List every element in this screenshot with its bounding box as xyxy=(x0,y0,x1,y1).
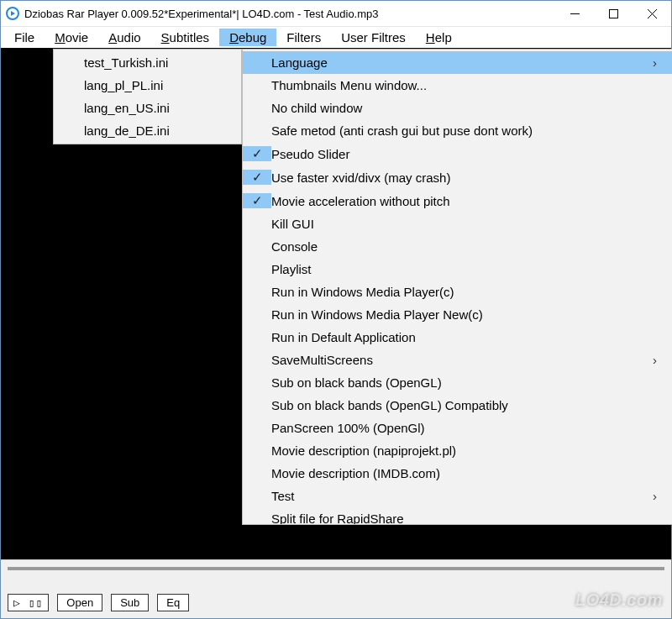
submenu-item[interactable]: lang_de_DE.ini xyxy=(54,119,241,142)
chevron-right-icon: › xyxy=(653,489,657,503)
watermark: LO4D.com xyxy=(575,590,663,610)
menu-help[interactable]: Help xyxy=(416,29,462,46)
menu-userfilters[interactable]: User Filtres xyxy=(331,29,416,46)
debug-menu-item[interactable]: Kill GUI xyxy=(243,212,672,235)
menu-item-label: SaveMultiScreens xyxy=(271,353,653,367)
debug-menu-item[interactable]: Sub on black bands (OpenGL) Compatibly xyxy=(243,394,672,417)
menu-movie[interactable]: Movie xyxy=(45,29,98,46)
debug-menu: Language›Thumbnails Menu window...No chi… xyxy=(242,49,672,525)
check-icon: ✓ xyxy=(243,146,271,161)
close-button[interactable] xyxy=(633,1,671,26)
window-title: Dziobas Rar Player 0.009.52*Experimental… xyxy=(24,8,555,20)
menu-item-label: Playlist xyxy=(271,262,657,276)
debug-menu-item[interactable]: PanScreen 100% (OpenGl) xyxy=(243,417,672,439)
check-icon: ✓ xyxy=(243,170,271,185)
minimize-button[interactable] xyxy=(555,1,594,26)
menu-subtitles[interactable]: Subtitles xyxy=(151,29,220,46)
debug-menu-item[interactable]: Split file for RapidShare xyxy=(243,507,672,524)
maximize-button[interactable] xyxy=(594,1,633,26)
debug-menu-item[interactable]: Console xyxy=(243,235,672,258)
menu-item-label: Language xyxy=(271,55,653,70)
menu-item-label: Safe metod (anti crash gui but puse dont… xyxy=(271,123,657,138)
debug-menu-item[interactable]: ✓Use faster xvid/divx (may crash) xyxy=(243,165,672,189)
debug-menu-item[interactable]: Sub on black bands (OpenGL) xyxy=(243,371,672,394)
menu-filters[interactable]: Filters xyxy=(276,29,331,46)
menu-item-label: No child window xyxy=(271,101,657,115)
debug-menu-item[interactable]: Run in Windows Media Player(c) xyxy=(243,281,672,303)
menu-item-label: Sub on black bands (OpenGL) Compatibly xyxy=(271,398,657,412)
submenu-item[interactable]: lang_en_US.ini xyxy=(54,97,241,119)
menu-item-label: Pseudo Slider xyxy=(271,147,657,161)
menu-item-label: Movie acceleration without pitch xyxy=(271,194,657,208)
menu-item-label: Run in Default Application xyxy=(271,330,657,344)
debug-menu-item[interactable]: SaveMultiScreens› xyxy=(243,349,672,371)
play-pause-button[interactable]: ▷ ▯▯ xyxy=(8,594,49,611)
menu-item-label: Run in Windows Media Player(c) xyxy=(271,285,657,299)
sub-button[interactable]: Sub xyxy=(111,594,149,611)
app-window: Dziobas Rar Player 0.009.52*Experimental… xyxy=(0,0,672,619)
chevron-right-icon: › xyxy=(653,353,657,367)
window-buttons xyxy=(555,1,671,26)
controls-bar: ▷ ▯▯ Open Sub Eq xyxy=(1,559,671,618)
open-button[interactable]: Open xyxy=(57,594,102,611)
submenu-item[interactable]: lang_pl_PL.ini xyxy=(54,74,241,97)
menu-item-label: Movie description (IMDB.com) xyxy=(271,466,657,480)
menu-item-label: Sub on black bands (OpenGL) xyxy=(271,375,657,390)
debug-menu-item[interactable]: Run in Windows Media Player New(c) xyxy=(243,303,672,326)
debug-menu-item[interactable]: Safe metod (anti crash gui but puse dont… xyxy=(243,119,672,142)
menu-item-label: PanScreen 100% (OpenGl) xyxy=(271,421,657,435)
debug-menu-item[interactable]: Test› xyxy=(243,485,672,507)
control-buttons: ▷ ▯▯ Open Sub Eq xyxy=(8,594,189,611)
menu-item-label: Kill GUI xyxy=(271,217,657,231)
eq-button[interactable]: Eq xyxy=(157,594,189,611)
svg-rect-1 xyxy=(609,9,617,18)
debug-menu-item[interactable]: No child window xyxy=(243,97,672,119)
chevron-right-icon: › xyxy=(653,55,657,70)
menubar: File Movie Audio Subtitles Debug Filters… xyxy=(1,26,671,48)
menu-item-label: Movie description (napiprojekt.pl) xyxy=(271,443,657,458)
app-icon xyxy=(6,7,19,20)
menu-item-label: Run in Windows Media Player New(c) xyxy=(271,307,657,322)
language-submenu: test_Turkish.ini lang_pl_PL.ini lang_en_… xyxy=(53,49,242,144)
titlebar: Dziobas Rar Player 0.009.52*Experimental… xyxy=(1,1,671,26)
menu-audio[interactable]: Audio xyxy=(98,29,150,46)
debug-menu-item[interactable]: Movie description (IMDB.com) xyxy=(243,462,672,485)
debug-menu-item[interactable]: Movie description (napiprojekt.pl) xyxy=(243,439,672,462)
check-icon: ✓ xyxy=(243,193,271,208)
menu-item-label: Console xyxy=(271,239,657,254)
menu-file[interactable]: File xyxy=(4,29,45,46)
debug-menu-item[interactable]: Language› xyxy=(243,51,672,74)
debug-menu-item[interactable]: Thumbnails Menu window... xyxy=(243,74,672,97)
debug-menu-item[interactable]: Playlist xyxy=(243,258,672,281)
debug-menu-item[interactable]: ✓Movie acceleration without pitch xyxy=(243,189,672,212)
submenu-item[interactable]: test_Turkish.ini xyxy=(54,51,241,74)
menu-item-label: Test xyxy=(271,489,653,503)
menu-item-label: Use faster xvid/divx (may crash) xyxy=(271,170,657,185)
debug-menu-item[interactable]: ✓Pseudo Slider xyxy=(243,142,672,165)
seek-slider[interactable] xyxy=(8,567,664,570)
menu-debug[interactable]: Debug xyxy=(219,29,276,46)
debug-menu-item[interactable]: Run in Default Application xyxy=(243,326,672,349)
menu-item-label: Thumbnails Menu window... xyxy=(271,78,657,92)
